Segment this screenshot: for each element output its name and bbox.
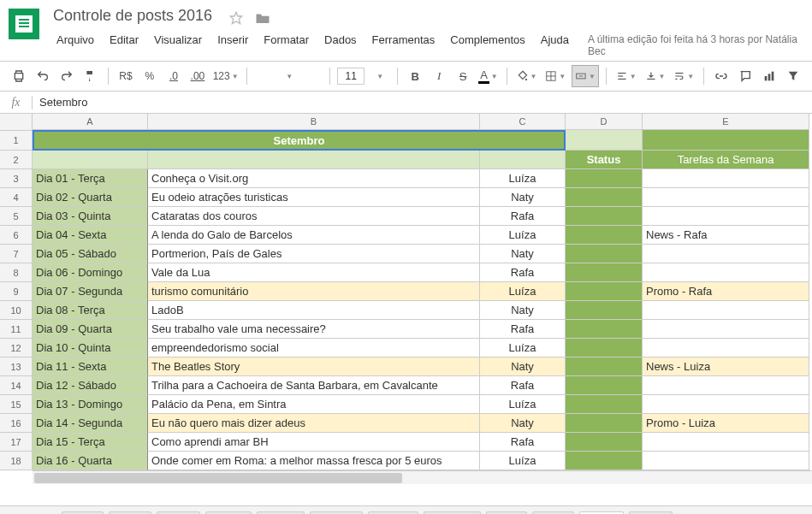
fill-color-button[interactable]: ▼ [514,65,540,87]
menu-complementos[interactable]: Complementos [443,30,531,61]
undo-icon[interactable] [33,65,53,87]
row-header-11[interactable]: 11 [0,320,33,339]
content-cell[interactable]: LadoB [148,301,480,320]
redo-icon[interactable] [56,65,77,87]
star-icon[interactable] [229,11,243,25]
status-cell[interactable] [566,169,643,188]
sheet-tab-set[interactable]: Set ▼ [486,511,527,515]
font-family-dropdown[interactable]: ▼ [254,65,323,87]
row-header-15[interactable]: 15 [0,395,33,414]
bold-button[interactable]: B [405,65,425,87]
menu-inserir[interactable]: Inserir [210,30,255,61]
vertical-align-button[interactable]: ▼ [643,65,668,87]
owner-cell[interactable]: Naty [480,245,566,263]
row-header-1[interactable]: 1 [0,130,33,151]
row-header-16[interactable]: 16 [0,414,33,433]
row-header-10[interactable]: 10 [0,301,33,320]
owner-cell[interactable]: Rafa [480,207,566,226]
percent-button[interactable]: % [139,65,160,87]
row-header-12[interactable]: 12 [0,339,33,357]
content-cell[interactable]: Trilha para a Cachoeira de Santa Barbara… [148,376,480,395]
owner-cell[interactable]: Naty [480,414,566,433]
menu-ferramentas[interactable]: Ferramentas [365,30,442,61]
sheet-tab-dez[interactable]: Dez ▼ [629,511,673,515]
sheet-tab-out[interactable]: Out ▼ [532,511,574,515]
text-color-button[interactable]: A▼ [477,65,500,87]
strikethrough-button[interactable]: S [453,65,473,87]
menu-dados[interactable]: Dados [317,30,364,61]
sheet-tab-junho[interactable]: Junho ▼ [310,511,364,515]
sheet-tab-maio[interactable]: Maio ▼ [257,511,305,515]
horizontal-align-button[interactable]: ▼ [613,65,639,87]
date-cell[interactable]: Dia 03 - Quinta [33,207,148,226]
column-header-C[interactable]: C [480,114,566,129]
date-cell[interactable]: Dia 16 - Quarta [33,452,148,470]
merge-cells-button[interactable]: ▼ [572,65,599,87]
select-all-corner[interactable] [0,114,33,131]
date-cell[interactable]: Dia 10 - Quinta [33,339,148,357]
status-cell[interactable] [566,301,643,320]
sheets-logo[interactable] [9,9,39,39]
tarefa-cell[interactable] [643,339,809,357]
owner-cell[interactable]: Rafa [480,320,566,339]
content-cell[interactable]: Seu trabalho vale uma necessaire? [148,320,480,339]
status-cell[interactable] [566,433,643,452]
column-header-B[interactable]: B [148,114,480,129]
row-header-14[interactable]: 14 [0,376,33,395]
date-cell[interactable]: Dia 08 - Terça [33,301,148,320]
tarefa-cell[interactable] [643,320,809,339]
tarefa-cell[interactable] [643,301,809,320]
font-size-input[interactable]: 11 [337,68,365,85]
row-header-3[interactable]: 3 [0,169,33,188]
document-title[interactable]: Controle de posts 2016 [50,5,216,27]
date-cell[interactable]: Dia 13 - Domingo [33,395,148,414]
font-size-dropdown[interactable]: ▼ [370,65,390,87]
row-header-5[interactable]: 5 [0,207,33,226]
tarefa-cell[interactable]: News - Rafa [643,226,809,245]
owner-cell[interactable]: Luíza [480,339,566,357]
row-header-2[interactable]: 2 [0,151,33,169]
column-header-E[interactable]: E [643,114,809,129]
owner-cell[interactable]: Luíza [480,282,566,301]
row-header-18[interactable]: 18 [0,452,33,470]
sheet-tab-abril[interactable]: Abril ▼ [205,511,252,515]
currency-button[interactable]: R$ [116,65,136,87]
content-cell[interactable]: empreendedorismo social [148,339,480,357]
status-cell[interactable] [566,207,643,226]
date-cell[interactable]: Dia 09 - Quarta [33,320,148,339]
sheet-tab-julho[interactable]: Julho ▼ [368,511,418,515]
row-header-7[interactable]: 7 [0,245,33,263]
borders-button[interactable]: ▼ [542,65,568,87]
tarefa-cell[interactable]: Promo - Rafa [643,282,809,301]
increase-decimal-button[interactable]: .00 [187,65,208,87]
tarefa-cell[interactable] [643,452,809,470]
status-cell[interactable] [566,452,643,470]
menu-arquivo[interactable]: Arquivo [50,30,101,61]
owner-cell[interactable]: Luíza [480,452,566,470]
status-cell[interactable] [566,282,643,301]
content-cell[interactable]: Vale da Lua [148,263,480,282]
cell-E1[interactable] [643,130,809,151]
date-cell[interactable]: Dia 12 - Sábado [33,376,148,395]
insert-chart-icon[interactable] [759,65,779,87]
content-cell[interactable]: Eu não quero mais dizer adeus [148,414,480,433]
date-cell[interactable]: Dia 07 - Segunda [33,282,148,301]
owner-cell[interactable]: Naty [480,357,566,376]
row-header-6[interactable]: 6 [0,226,33,245]
menu-formatar[interactable]: Formatar [257,30,316,61]
content-cell[interactable]: A lenda do Galo de Barcelos [148,226,480,245]
tarefa-cell[interactable]: Promo - Luiza [643,414,809,433]
row-header-13[interactable]: 13 [0,357,33,376]
status-cell[interactable] [566,414,643,433]
status-header-cell[interactable]: Status [566,151,643,169]
status-cell[interactable] [566,245,643,263]
tarefa-cell[interactable] [643,263,809,282]
owner-cell[interactable]: Rafa [480,433,566,452]
date-cell[interactable]: Dia 04 - Sexta [33,226,148,245]
content-cell[interactable]: Eu odeio atrações turisticas [148,188,480,207]
cell-B2[interactable] [148,151,480,169]
paint-format-icon[interactable] [80,65,101,87]
date-cell[interactable]: Dia 05 - Sábado [33,245,148,263]
decrease-decimal-button[interactable]: .0 [163,65,184,87]
filter-icon[interactable] [783,65,803,87]
